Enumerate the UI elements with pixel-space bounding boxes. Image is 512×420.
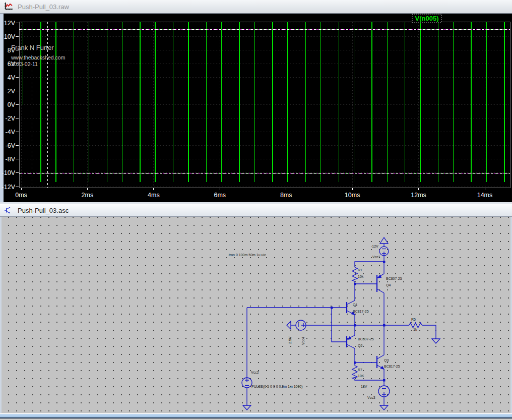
- vcc4-name[interactable]: Vcc4: [301, 337, 305, 345]
- r7-name[interactable]: R7: [358, 368, 362, 372]
- q2-name[interactable]: Q2: [358, 344, 362, 348]
- spice-directive[interactable]: .tran 0 100m 50m 1u uic: [228, 253, 266, 257]
- vcc1-value[interactable]: -12V: [371, 245, 378, 248]
- x-axis-label: 0ms: [15, 192, 27, 199]
- y-axis-label: 2V: [8, 88, 16, 95]
- waveform-title: Push-Pull_03.raw: [18, 3, 69, 11]
- ground-icon[interactable]: [243, 405, 251, 410]
- r1-value[interactable]: 10k: [358, 275, 364, 278]
- waveform-file-icon[interactable]: [4, 3, 13, 11]
- y-axis-label: 4V: [8, 74, 16, 81]
- wires[interactable]: [247, 244, 436, 405]
- schematic-file-icon[interactable]: [4, 206, 13, 214]
- vcc3-name[interactable]: Vcc3: [367, 396, 375, 399]
- trace-V(n005)[interactable]: [19, 22, 510, 182]
- y-axis-label: -6V: [6, 142, 16, 149]
- watermark-website: www.thebackshed.com: [11, 54, 66, 61]
- x-axis-label: 4ms: [148, 192, 160, 199]
- vcc4-value[interactable]: 2.5V: [288, 336, 292, 344]
- y-axis-label: -12V: [2, 184, 16, 191]
- wire[interactable]: [355, 281, 377, 284]
- waveform-window: Push-Pull_03.raw 0ms2ms4ms6ms8ms10ms12ms…: [0, 0, 512, 202]
- schematic-window: Push-Pull_03.asc: [0, 204, 512, 419]
- wire[interactable]: [332, 308, 347, 342]
- vcc2-name[interactable]: Vcc2: [251, 371, 259, 374]
- q3-value[interactable]: BC817-25: [384, 365, 400, 368]
- voltage-source-Vcc3[interactable]: [378, 386, 390, 397]
- q2-value[interactable]: BC807-25: [358, 337, 374, 341]
- watermark-date: 2023-02-11: [11, 61, 38, 67]
- y-axis-label: -8V: [6, 156, 16, 163]
- resistor-R7[interactable]: [352, 366, 357, 379]
- schematic-title: Push-Pull_03.asc: [18, 207, 69, 214]
- wire[interactable]: [355, 379, 384, 380]
- waveform-client-area: 0ms2ms4ms6ms8ms10ms12ms14ms12V10V8V6V4V2…: [0, 14, 512, 202]
- r5-value[interactable]: 1k: [413, 328, 417, 331]
- q4-value[interactable]: BC807-25: [386, 277, 402, 280]
- watermark-author: Frank N Furter: [11, 44, 54, 51]
- left-flag-icon[interactable]: [287, 321, 291, 329]
- power-flag-icon[interactable]: [380, 237, 388, 244]
- x-axis-label: 14ms: [477, 192, 493, 199]
- x-axis-label: 6ms: [214, 192, 226, 199]
- y-axis-label: -2V: [6, 115, 16, 122]
- voltage-source-Vcc1[interactable]: [379, 247, 389, 256]
- window-bottom-border: [0, 413, 512, 419]
- legend-trace-label[interactable]: V(n005): [415, 15, 439, 22]
- x-axis-label: 12ms: [411, 192, 426, 199]
- q1-value[interactable]: BC817-25: [353, 310, 369, 313]
- vcc1-name[interactable]: Vcc1: [372, 255, 380, 259]
- q1-name[interactable]: Q1: [353, 303, 357, 307]
- y-axis-label: 0V: [8, 101, 16, 108]
- y-axis-label: -4V: [6, 129, 16, 136]
- vcc2-value[interactable]: PULSE(0 5 0 0 0 0.5m 1m 1000): [251, 385, 303, 389]
- ground-icon[interactable]: [380, 405, 388, 410]
- y-axis-label: 10V: [4, 33, 16, 40]
- vcc3-value[interactable]: 12V: [361, 385, 367, 388]
- y-axis-label: -10V: [2, 169, 16, 176]
- transistor-Q4[interactable]: [377, 274, 384, 293]
- x-axis-label: 2ms: [82, 192, 94, 199]
- schematic-canvas[interactable]: .tran 0 100m 50m 1u uic -12V Vcc1 R1 10k…: [0, 217, 512, 413]
- y-axis-label: 12V: [4, 20, 16, 27]
- wire[interactable]: [355, 262, 384, 267]
- q4-name[interactable]: Q4: [386, 283, 391, 287]
- resistor-R1[interactable]: [352, 267, 357, 281]
- r5-name[interactable]: R5: [411, 318, 416, 321]
- waveform-titlebar: Push-Pull_03.raw: [0, 0, 512, 14]
- x-axis-label: 10ms: [345, 192, 360, 199]
- schematic-titlebar: Push-Pull_03.asc: [0, 204, 512, 217]
- resistor-R5[interactable]: [409, 323, 422, 328]
- q3-name[interactable]: Q3: [384, 358, 389, 363]
- voltage-source-Vcc4[interactable]: [296, 320, 306, 330]
- x-axis-label: 8ms: [280, 192, 292, 199]
- r7-value[interactable]: 10K: [358, 374, 364, 378]
- voltage-source-Vcc2[interactable]: [242, 378, 252, 388]
- wire[interactable]: [422, 325, 436, 339]
- waveform-plot[interactable]: 0ms2ms4ms6ms8ms10ms12ms14ms12V10V8V6V4V2…: [0, 14, 512, 202]
- r1-name[interactable]: R1: [358, 268, 362, 272]
- ground-icon[interactable]: [432, 339, 440, 343]
- transistor-Q3[interactable]: [377, 355, 385, 370]
- transistor-Q2[interactable]: [347, 335, 355, 348]
